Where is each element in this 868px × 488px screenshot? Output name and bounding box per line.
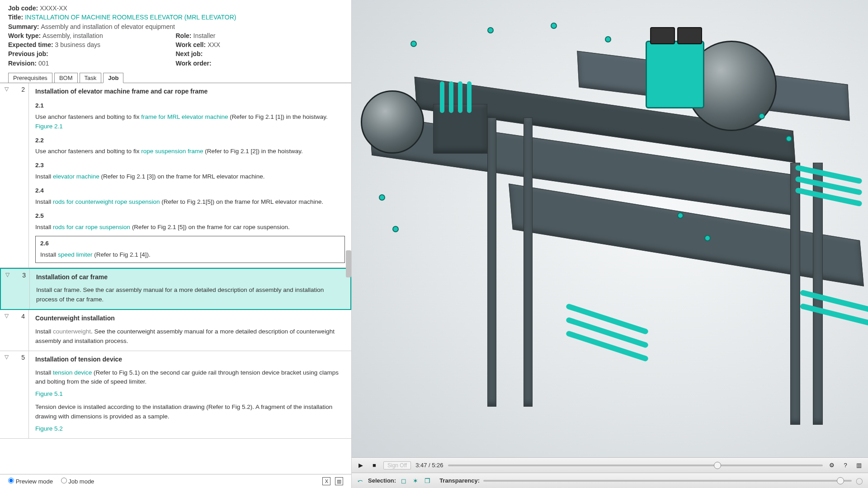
step-heading: Counterweight installation xyxy=(35,314,345,324)
excel-export-icon[interactable]: X xyxy=(322,477,330,485)
radio-job-mode[interactable]: Job mode xyxy=(61,478,94,485)
selection-bar: ⤺ Selection: ◻ ✶ ❐ Transparency: ◯ xyxy=(352,473,868,488)
tab-task[interactable]: Task xyxy=(80,73,102,83)
substep-num: 2.1 xyxy=(35,101,345,111)
value-expected: 3 business days xyxy=(55,41,100,48)
collapse-toggle[interactable]: ▽ xyxy=(1,269,14,310)
timeline-slider[interactable] xyxy=(448,465,823,466)
mode-selector: Preview mode Job mode xyxy=(8,478,100,485)
label-nextjob: Next job: xyxy=(176,50,203,57)
link-tension-device[interactable]: tension device xyxy=(53,369,92,376)
label-workcell: Work cell: xyxy=(176,41,206,48)
link-counterweight[interactable]: counterweight xyxy=(53,328,91,335)
substep-2-1: 2.1 Use anchor fasteners and bolting to … xyxy=(35,101,345,131)
step-body: Installation of car frame Install car fr… xyxy=(30,269,350,310)
label-transparency: Transparency: xyxy=(439,477,480,484)
step-3-selected[interactable]: ▽ 3 Installation of car frame Install ca… xyxy=(0,268,351,310)
text: Install xyxy=(35,369,53,376)
label-summary: Summary: xyxy=(8,23,39,30)
transparency-thumb[interactable] xyxy=(837,477,844,484)
playback-bar: ▶ ■ Sign Off 3:47 / 5:26 ⚙ ? ▥ xyxy=(352,457,868,473)
value-worktype: Assembly, installation xyxy=(42,32,103,39)
tab-prerequisites[interactable]: Prerequisites xyxy=(8,73,52,83)
reset-view-icon[interactable]: ⤺ xyxy=(356,477,364,485)
text: Install xyxy=(35,328,53,335)
play-button[interactable]: ▶ xyxy=(356,461,365,470)
substep-2-5: 2.5 Install rods for car rope suspension… xyxy=(35,211,345,232)
value-title: INSTALLATION OF MACHINE ROOMLESS ELEVATO… xyxy=(25,14,236,21)
instructions-pane: Job code:XXXX-XX Title:INSTALLATION OF M… xyxy=(0,0,352,488)
text: Tension device is installed according to… xyxy=(35,403,345,422)
text: (Refer to Fig 2.1 [5]) on the frame for … xyxy=(130,224,290,230)
step-5[interactable]: ▽ 5 Installation of tension device Insta… xyxy=(0,351,351,439)
label-revision: Revision: xyxy=(8,60,37,67)
radio-preview-mode[interactable]: Preview mode xyxy=(8,478,53,485)
step-heading: Installation of car frame xyxy=(36,272,344,282)
layout-icon[interactable]: ▥ xyxy=(854,461,863,470)
layout-toggle-icon[interactable]: ▥ xyxy=(335,477,343,485)
text: Use anchor fasteners and bolting to fix xyxy=(35,148,141,155)
text: Install xyxy=(35,224,53,230)
link-elevator-machine[interactable]: elevator machine xyxy=(53,173,99,180)
substep-2-6-current[interactable]: 2.6 Install speed limiter (Refer to Fig … xyxy=(35,236,345,263)
link-figure-5-2[interactable]: Figure 5.2 xyxy=(35,425,63,432)
label-job: Job mode xyxy=(68,478,94,485)
select-copy-icon[interactable]: ❐ xyxy=(423,477,431,485)
label-worktype: Work type: xyxy=(8,32,41,39)
text: (Refer to Fig 2.1 [1]) in the hoistway. xyxy=(228,113,327,120)
link-figure-5-1[interactable]: Figure 5.1 xyxy=(35,390,63,397)
step-heading: Installation of tension device xyxy=(35,355,345,365)
transparency-reset-icon[interactable]: ◯ xyxy=(855,477,863,485)
help-icon[interactable]: ? xyxy=(841,461,850,470)
step-number: 3 xyxy=(14,269,30,310)
signoff-button[interactable]: Sign Off xyxy=(383,461,411,469)
substep-num: 2.2 xyxy=(35,136,345,145)
link-rods-car[interactable]: rods for car rope suspension xyxy=(53,224,130,230)
link-rods-counterweight[interactable]: rods for counterweight rope suspension xyxy=(53,198,160,205)
settings-icon[interactable]: ⚙ xyxy=(827,461,836,470)
text: (Refer to Fig 2.1 [4]). xyxy=(93,251,151,258)
scrollbar-thumb[interactable] xyxy=(346,250,351,277)
step-list[interactable]: ▽ 2 Installation of elevator machine fra… xyxy=(0,83,351,474)
playback-time: 3:47 / 5:26 xyxy=(415,462,443,469)
label-preview: Preview mode xyxy=(16,478,53,485)
link-rope-suspension-frame[interactable]: rope suspension frame xyxy=(141,148,203,155)
collapse-toggle[interactable]: ▽ xyxy=(0,310,13,351)
text: (Refer to Fig 2.1[5]) on the frame for M… xyxy=(160,198,323,205)
link-figure-2-1[interactable]: Figure 2.1 xyxy=(35,123,63,130)
step-2[interactable]: ▽ 2 Installation of elevator machine fra… xyxy=(0,83,351,268)
collapse-toggle[interactable]: ▽ xyxy=(0,83,13,267)
link-speed-limiter[interactable]: speed limiter xyxy=(58,251,93,258)
text: (Refer to Fig 2.1 [3]) on the frame for … xyxy=(99,173,265,180)
text: (Refer to Fig 2.1 [2]) in the hoistway. xyxy=(203,148,302,155)
select-focus-icon[interactable]: ✶ xyxy=(411,477,420,485)
viewer-pane: ▶ ■ Sign Off 3:47 / 5:26 ⚙ ? ▥ ⤺ Selecti… xyxy=(352,0,868,488)
stop-button[interactable]: ■ xyxy=(370,461,379,470)
tab-bom[interactable]: BOM xyxy=(54,73,78,83)
text: Install xyxy=(40,251,58,258)
substep-num: 2.3 xyxy=(35,161,345,170)
select-box-icon[interactable]: ◻ xyxy=(400,477,408,485)
step-number: 5 xyxy=(13,351,29,438)
text: Install xyxy=(35,198,53,205)
transparency-slider[interactable] xyxy=(483,480,852,482)
label-title: Title: xyxy=(8,14,23,21)
value-jobcode: XXXX-XX xyxy=(40,5,67,12)
label-prevjob: Previous job: xyxy=(8,50,48,57)
footer-tools: X ▥ xyxy=(320,477,343,485)
text: Use anchor fasteners and bolting to fix xyxy=(35,113,141,120)
label-workorder: Work order: xyxy=(176,60,212,67)
substep-num: 2.6 xyxy=(40,239,340,249)
collapse-toggle[interactable]: ▽ xyxy=(0,351,13,438)
timeline-thumb[interactable] xyxy=(714,462,721,469)
value-summary: Assembly and installation of elevator eq… xyxy=(41,23,175,30)
value-revision: 001 xyxy=(38,60,49,67)
substep-2-3: 2.3 Install elevator machine (Refer to F… xyxy=(35,161,345,182)
tab-job[interactable]: Job xyxy=(103,73,123,83)
step-4[interactable]: ▽ 4 Counterweight installation Install c… xyxy=(0,310,351,351)
link-frame-mrl[interactable]: frame for MRL elevator machine xyxy=(141,113,228,120)
value-role: Installer xyxy=(193,32,216,39)
text: Install car frame. See the car assembly … xyxy=(36,286,344,305)
viewport-3d[interactable] xyxy=(352,0,868,457)
substep-num: 2.4 xyxy=(35,186,345,196)
